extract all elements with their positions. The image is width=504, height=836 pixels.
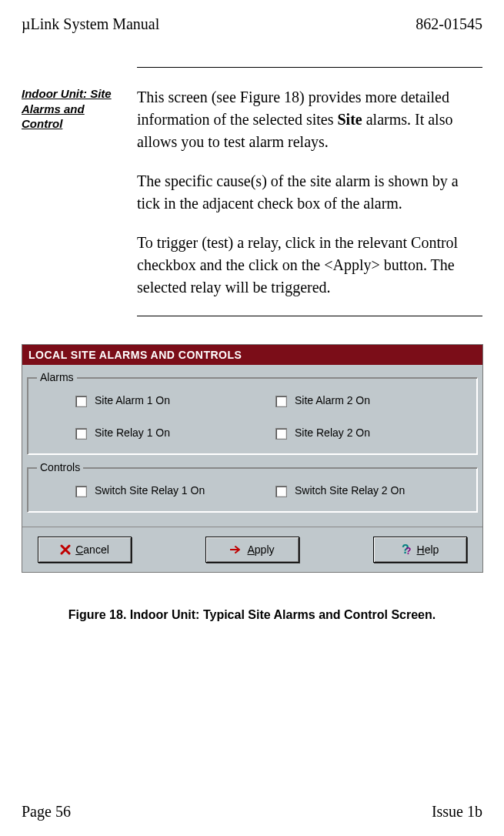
arrow-right-icon <box>230 546 242 553</box>
panel-title: LOCAL SITE ALARMS AND CONTROLS <box>22 345 482 365</box>
label-relay-1: Site Relay 1 On <box>95 426 170 439</box>
checkbox-alarm-2[interactable] <box>275 396 287 407</box>
cancel-icon <box>60 544 71 555</box>
para-3: To trigger (test) a relay, click in the … <box>137 232 482 299</box>
para-2: The specific cause(s) of the site alarm … <box>137 170 482 215</box>
cancel-rest: ancel <box>83 543 108 556</box>
panel-body: Alarms Site Alarm 1 On Site Alarm 2 On S… <box>22 365 482 527</box>
page-header: µLink System Manual 862-01545 <box>22 15 482 33</box>
help-icon: ? ? <box>402 543 412 556</box>
checkbox-switch-2[interactable] <box>275 486 287 497</box>
para-1: This screen (see Figure 18) provides mor… <box>137 86 482 153</box>
label-relay-2: Site Relay 2 On <box>295 426 370 439</box>
group-alarms: Alarms Site Alarm 1 On Site Alarm 2 On S… <box>27 371 478 455</box>
help-rest: elp <box>425 543 439 556</box>
header-right: 862-01545 <box>416 15 482 33</box>
cancel-button[interactable]: Cancel <box>38 537 132 563</box>
body-row: Indoor Unit: Site Alarms and Control Thi… <box>22 86 482 316</box>
checkbox-relay-2[interactable] <box>275 428 287 440</box>
apply-rest: pply <box>255 543 275 556</box>
body-text: This screen (see Figure 18) provides mor… <box>137 86 482 316</box>
header-left: µLink System Manual <box>22 15 159 33</box>
checkbox-relay-1[interactable] <box>75 428 87 440</box>
group-controls-legend: Controls <box>37 461 83 473</box>
button-bar: Cancel Apply ? ? Help <box>22 527 482 572</box>
help-button[interactable]: ? ? Help <box>373 537 467 563</box>
page-footer: Page 56 Issue 1b <box>22 803 482 821</box>
cancel-u: C <box>75 543 83 556</box>
label-switch-2: Switch Site Relay 2 On <box>295 484 405 497</box>
svg-text:?: ? <box>406 546 411 556</box>
rule-bottom <box>137 316 482 316</box>
help-u: H <box>417 543 425 556</box>
checkbox-alarm-1[interactable] <box>75 396 87 407</box>
label-alarm-2: Site Alarm 2 On <box>295 394 370 406</box>
footer-left: Page 56 <box>22 803 71 821</box>
margin-note: Indoor Unit: Site Alarms and Control <box>22 86 137 316</box>
checkbox-switch-1[interactable] <box>75 486 87 497</box>
page: µLink System Manual 862-01545 Indoor Uni… <box>0 0 504 836</box>
figure-caption: Figure 18. Indoor Unit: Typical Site Ala… <box>22 608 482 622</box>
label-switch-1: Switch Site Relay 1 On <box>95 484 205 497</box>
apply-button[interactable]: Apply <box>205 537 299 563</box>
para-1-bold: Site <box>337 111 362 128</box>
apply-u: A <box>247 543 254 556</box>
rule-top <box>137 67 482 68</box>
group-controls: Controls Switch Site Relay 1 On Switch S… <box>27 461 478 513</box>
group-alarms-legend: Alarms <box>37 371 77 383</box>
label-alarm-1: Site Alarm 1 On <box>95 394 170 406</box>
screenshot-panel: LOCAL SITE ALARMS AND CONTROLS Alarms Si… <box>22 344 483 573</box>
footer-right: Issue 1b <box>432 803 482 821</box>
